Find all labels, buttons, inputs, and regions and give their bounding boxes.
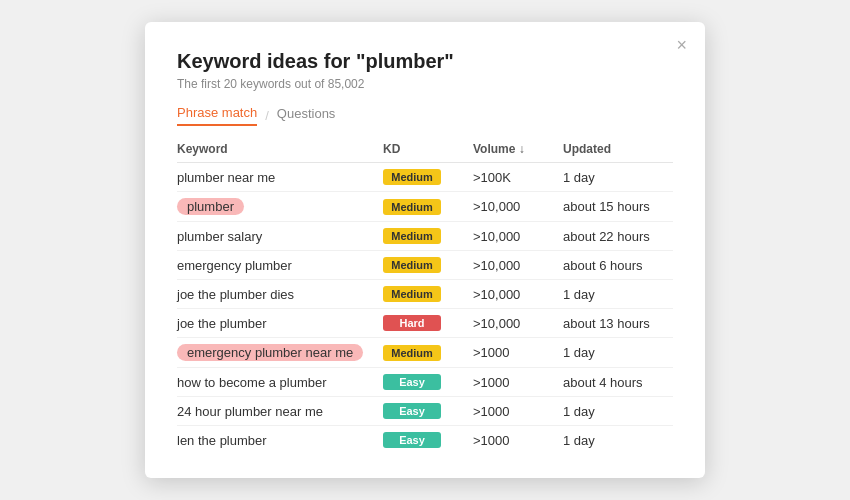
modal-title: Keyword ideas for "plumber" [177, 50, 673, 73]
keyword-cell: emergency plumber near me [177, 338, 383, 368]
kd-cell: Medium [383, 280, 473, 309]
keyword-highlighted: emergency plumber near me [177, 344, 363, 361]
kd-badge: Medium [383, 286, 441, 302]
volume-cell: >1000 [473, 368, 563, 397]
updated-cell: about 22 hours [563, 222, 673, 251]
tab-questions[interactable]: Questions [277, 106, 336, 125]
keyword-cell: joe the plumber dies [177, 280, 383, 309]
col-header-updated: Updated [563, 138, 673, 163]
tab-divider: / [265, 108, 269, 123]
volume-cell: >10,000 [473, 280, 563, 309]
kd-cell: Easy [383, 397, 473, 426]
kd-badge: Medium [383, 345, 441, 361]
updated-cell: about 4 hours [563, 368, 673, 397]
volume-cell: >10,000 [473, 251, 563, 280]
kd-cell: Medium [383, 222, 473, 251]
kd-badge: Medium [383, 169, 441, 185]
kd-badge: Easy [383, 432, 441, 448]
keyword-cell: emergency plumber [177, 251, 383, 280]
close-button[interactable]: × [676, 36, 687, 54]
volume-cell: >10,000 [473, 192, 563, 222]
table-row: plumber salaryMedium>10,000about 22 hour… [177, 222, 673, 251]
table-row: 24 hour plumber near meEasy>10001 day [177, 397, 673, 426]
kd-badge: Medium [383, 228, 441, 244]
tab-phrase-match[interactable]: Phrase match [177, 105, 257, 126]
col-header-volume: Volume ↓ [473, 138, 563, 163]
keyword-cell: how to become a plumber [177, 368, 383, 397]
modal-subtitle: The first 20 keywords out of 85,002 [177, 77, 673, 91]
volume-cell: >1000 [473, 338, 563, 368]
table-row: plumberMedium>10,000about 15 hours [177, 192, 673, 222]
keyword-cell: plumber [177, 192, 383, 222]
volume-cell: >100K [473, 163, 563, 192]
updated-cell: about 13 hours [563, 309, 673, 338]
table-row: emergency plumberMedium>10,000about 6 ho… [177, 251, 673, 280]
table-row: joe the plumber diesMedium>10,0001 day [177, 280, 673, 309]
volume-cell: >10,000 [473, 222, 563, 251]
kd-badge: Easy [383, 374, 441, 390]
table-row: len the plumberEasy>10001 day [177, 426, 673, 455]
kd-cell: Easy [383, 426, 473, 455]
table-row: plumber near meMedium>100K1 day [177, 163, 673, 192]
keyword-cell: 24 hour plumber near me [177, 397, 383, 426]
kd-badge: Medium [383, 199, 441, 215]
keyword-cell: plumber near me [177, 163, 383, 192]
keyword-cell: joe the plumber [177, 309, 383, 338]
kd-cell: Medium [383, 251, 473, 280]
keyword-ideas-modal: × Keyword ideas for "plumber" The first … [145, 22, 705, 478]
updated-cell: 1 day [563, 397, 673, 426]
kd-badge: Medium [383, 257, 441, 273]
keyword-highlighted: plumber [177, 198, 244, 215]
kd-cell: Hard [383, 309, 473, 338]
table-row: joe the plumberHard>10,000about 13 hours [177, 309, 673, 338]
updated-cell: 1 day [563, 426, 673, 455]
col-header-keyword: Keyword [177, 138, 383, 163]
kd-badge: Hard [383, 315, 441, 331]
table-row: how to become a plumberEasy>1000about 4 … [177, 368, 673, 397]
col-header-kd: KD [383, 138, 473, 163]
table-row: emergency plumber near meMedium>10001 da… [177, 338, 673, 368]
kd-cell: Medium [383, 163, 473, 192]
keyword-cell: plumber salary [177, 222, 383, 251]
updated-cell: 1 day [563, 280, 673, 309]
tabs-bar: Phrase match / Questions [177, 105, 673, 126]
updated-cell: about 6 hours [563, 251, 673, 280]
kd-cell: Medium [383, 192, 473, 222]
volume-cell: >1000 [473, 426, 563, 455]
kd-badge: Easy [383, 403, 441, 419]
volume-cell: >1000 [473, 397, 563, 426]
keyword-table: Keyword KD Volume ↓ Updated plumber near… [177, 138, 673, 454]
updated-cell: 1 day [563, 338, 673, 368]
volume-cell: >10,000 [473, 309, 563, 338]
keyword-cell: len the plumber [177, 426, 383, 455]
updated-cell: 1 day [563, 163, 673, 192]
kd-cell: Medium [383, 338, 473, 368]
updated-cell: about 15 hours [563, 192, 673, 222]
kd-cell: Easy [383, 368, 473, 397]
